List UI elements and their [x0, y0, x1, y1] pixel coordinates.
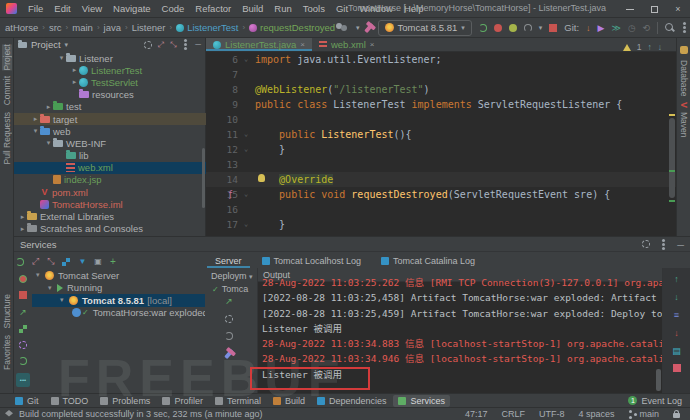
line-number[interactable]: 8 — [206, 82, 238, 97]
log-line[interactable]: [2022-08-28 11:03:25,459] Artifact Tomca… — [258, 306, 662, 321]
log-line[interactable]: 28-Aug-2022 11:03:25.262 信息 [RMI TCP Con… — [258, 275, 662, 290]
deploy-icon[interactable]: ↗ — [225, 296, 233, 306]
code-line-13[interactable]: 13 — [206, 157, 676, 172]
line-separator[interactable]: CRLF — [501, 409, 525, 419]
caret-position[interactable]: 47:17 — [465, 409, 488, 419]
soft-wrap-icon[interactable]: ≡ — [674, 310, 679, 320]
close-tab-icon[interactable]: × — [370, 40, 375, 49]
log-line[interactable]: [2022-08-28 11:03:25,458] Artifact Tomca… — [258, 290, 662, 305]
profiler-button[interactable] — [524, 24, 532, 32]
menu-navigate[interactable]: Navigate — [108, 1, 156, 16]
services-tab-server[interactable]: Server — [207, 253, 250, 268]
tool-stripe-pull-requests[interactable]: Pull Requests — [2, 112, 12, 164]
more-options-icon[interactable] — [683, 26, 686, 29]
scrollbar-thumb[interactable] — [669, 118, 675, 198]
tree-item-resources[interactable]: resources — [14, 89, 206, 101]
indent-size[interactable]: 4 spaces — [578, 409, 614, 419]
scroll-to-end-icon[interactable]: ↓ — [674, 328, 679, 338]
project-scrollbar[interactable] — [202, 148, 205, 208]
services-item-running[interactable]: ▾Running — [32, 282, 205, 295]
menu-code[interactable]: Code — [157, 1, 190, 16]
up-stack-icon[interactable]: ↑ — [674, 274, 679, 284]
build-artifact-icon[interactable] — [224, 349, 233, 359]
lock-icon[interactable] — [673, 413, 680, 418]
tree-item-testservlet[interactable]: ▸TestServlet — [14, 76, 206, 88]
tool-window-switcher-icon[interactable] — [5, 410, 13, 418]
line-number[interactable]: 11 — [206, 127, 238, 142]
stop-button[interactable] — [549, 24, 557, 32]
breadcrumb-item-java[interactable]: java — [103, 22, 122, 33]
menu-tools[interactable]: Tools — [298, 1, 330, 16]
search-everywhere-icon[interactable] — [665, 23, 674, 32]
code-line-6[interactable]: 6⌄import java.util.EventListener; — [206, 52, 676, 67]
chevron-down-icon[interactable]: ▾ — [356, 24, 360, 32]
tree-toggle-icon[interactable]: ▾ — [44, 139, 53, 147]
chevron-down-icon[interactable]: ▾ — [65, 41, 69, 49]
deploy-icon[interactable]: ↗ — [19, 307, 27, 317]
filter-icon[interactable]: ▼ — [78, 257, 86, 266]
line-number[interactable]: 15 — [206, 187, 238, 202]
history-icon[interactable]: ◷ — [628, 23, 636, 33]
rollback-icon[interactable]: ⟲ — [643, 23, 651, 33]
code-line-7[interactable]: 7 — [206, 67, 676, 82]
tool-stripe-maven[interactable]: V Maven — [679, 102, 689, 138]
settings-icon[interactable] — [19, 341, 27, 349]
more-tools-button[interactable]: ••• — [16, 373, 30, 387]
prev-warning-icon[interactable]: ↑ — [648, 42, 652, 52]
coverage-button[interactable] — [509, 24, 517, 32]
tree-item-web-xml[interactable]: web.xml — [14, 162, 206, 174]
tool-stripe-commit[interactable]: Commit — [2, 76, 12, 105]
editor-tab-web-xml[interactable]: web.xml× — [312, 38, 382, 51]
code-line-9[interactable]: 9public class ListenerTest implements Se… — [206, 97, 676, 112]
menu-file[interactable]: File — [23, 1, 48, 16]
services-item-tomcat-server[interactable]: ▾Tomcat Server — [32, 269, 205, 282]
overriding-method-icon[interactable]: ƒ — [228, 187, 233, 202]
services-tab-tomcat-catalina-log[interactable]: Tomcat Catalina Log — [373, 253, 483, 268]
breadcrumb-item-requestdestroyed[interactable]: requestDestroyed — [248, 22, 336, 33]
debug-restart-icon[interactable] — [19, 275, 27, 283]
rerun-icon[interactable] — [16, 258, 24, 266]
services-grid-icon[interactable] — [19, 325, 27, 333]
preview-icon[interactable]: ▣ — [94, 257, 102, 266]
breadcrumb-item-listener[interactable]: Listener — [131, 22, 167, 33]
breadcrumb-item-athorse[interactable]: atHorse — [4, 22, 39, 33]
code-line-10[interactable]: 10 — [206, 112, 676, 127]
fold-icon[interactable]: ⌄ — [244, 127, 248, 142]
log-line[interactable]: Listener 被调用 — [258, 321, 662, 336]
menu-view[interactable]: View — [77, 1, 107, 16]
tree-item-test[interactable]: ▸test — [14, 101, 206, 113]
tool-stripe-database[interactable]: Database — [679, 44, 689, 96]
gear-icon[interactable] — [642, 240, 650, 248]
print-icon[interactable]: ▤ — [672, 346, 681, 356]
expand-all-icon[interactable]: ⤢ — [158, 40, 164, 50]
toolwindow-button-profiler[interactable]: Profiler — [157, 395, 208, 407]
next-warning-icon[interactable]: ↓ — [658, 42, 662, 52]
hide-panel-icon[interactable]: ─ — [195, 40, 201, 49]
toolwindow-button-build[interactable]: Build — [268, 395, 310, 407]
code-line-14[interactable]: 14 @Override — [206, 172, 676, 187]
services-item-tomcat-8-5-81[interactable]: ▾Tomcat 8.5.81[local] — [32, 294, 205, 307]
fold-icon[interactable]: ⌄ — [244, 187, 248, 202]
code-with-me-icon[interactable] — [336, 23, 349, 32]
tree-item-external-libraries[interactable]: ▸External Libraries — [14, 210, 206, 222]
tree-item-index-jsp[interactable]: index.jsp — [14, 174, 206, 186]
maximize-button[interactable] — [642, 0, 666, 18]
deployed-artifact[interactable]: ✓ Tomca — [207, 284, 257, 294]
toolwindow-button-terminal[interactable]: Terminal — [210, 395, 266, 407]
tree-toggle-icon[interactable]: ▾ — [48, 284, 57, 292]
fold-icon[interactable]: ⌄ — [244, 142, 248, 157]
clear-console-icon[interactable] — [673, 364, 681, 372]
log-line[interactable]: 28-Aug-2022 11:03:34.946 信息 [localhost-s… — [258, 351, 662, 366]
services-tab-tomcat-localhost-log[interactable]: Tomcat Localhost Log — [254, 253, 370, 268]
breadcrumb-item-listenertest[interactable]: ListenerTest — [175, 22, 239, 33]
project-panel-title[interactable]: Project — [31, 39, 61, 50]
line-number[interactable]: 9 — [206, 97, 238, 112]
tool-stripe-project[interactable]: Project — [2, 44, 12, 70]
debug-button[interactable] — [494, 24, 502, 32]
expand-all-icon[interactable]: ⤢ — [32, 256, 39, 267]
menu-edit[interactable]: Edit — [49, 1, 75, 16]
tree-toggle-icon[interactable]: ▾ — [36, 271, 45, 279]
line-number[interactable]: 16 — [206, 202, 238, 217]
more-options-icon[interactable] — [662, 243, 665, 246]
line-number[interactable]: 10 — [206, 112, 238, 127]
